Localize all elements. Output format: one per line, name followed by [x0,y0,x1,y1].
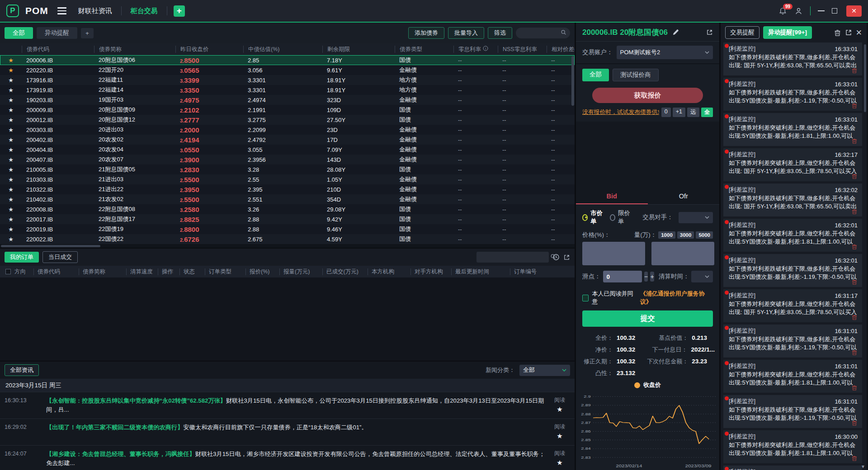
orders-column-header[interactable]: 对手方机构 [410,268,451,275]
favorite-star-icon[interactable]: ★ [0,216,22,223]
tab-ofr[interactable]: Ofr [648,188,720,204]
orders-column-header[interactable]: 债券简称 [79,268,126,275]
news-favorite-star-icon[interactable]: ★ [557,459,562,467]
table-row[interactable]: ★210322.IB21进出222.39502.395210D金融债------ [0,184,575,194]
history-clock-icon[interactable] [552,254,560,261]
bond-table-hscrollbar[interactable] [0,244,575,248]
orders-column-header[interactable]: 操作 [158,268,179,275]
column-header[interactable]: 零息利率i [453,46,498,53]
alert-card[interactable]: [利差监控]16:30:00如下债券对利差突破利差上限,做空利差,开仓机会出现:… [723,430,862,463]
qty-quick-1000[interactable]: 1000 [658,231,675,239]
table-row[interactable]: ★200012.IB20附息国债123.27773.277527.50Y国债--… [0,115,575,125]
news-favorite-star-icon[interactable]: ★ [557,405,562,414]
scroll-down-arrow-icon[interactable]: ▼ [861,464,865,469]
delete-alert-trash-icon[interactable] [851,67,858,75]
table-row[interactable]: ★200404.IB20农发043.05503.0557.09Y金融债-----… [0,145,575,155]
column-header[interactable]: 中债估值(%) [243,46,322,53]
select-all-checkbox[interactable] [5,269,11,274]
close-alerts-icon[interactable]: ✕ [856,28,862,38]
delete-alert-trash-icon[interactable] [851,138,858,146]
price-input[interactable] [582,242,645,265]
delete-alert-trash-icon[interactable] [851,455,858,463]
table-row[interactable]: ★210005.IB21附息国债053.28303.2828.08Y国债----… [0,164,575,174]
alert-card[interactable]: [利差监控]16:32:01如下债券对利差跌破利差下限,做多利差,开仓机会出现:… [723,254,862,287]
slippage-minus-button[interactable]: − [644,272,648,282]
favorite-star-icon[interactable]: ★ [0,166,22,173]
alert-card[interactable]: [利差监控]16:30:00如下债券对利差突破利差上限,做空利差,开仓机会出现:… [723,465,862,470]
orders-search[interactable] [476,252,549,263]
favorite-star-icon[interactable]: ★ [0,77,22,84]
news-all-button[interactable]: 全部资讯 [5,364,39,376]
orders-column-header[interactable]: 本方机构 [368,268,410,275]
orders-column-header[interactable]: 报价(%) [245,268,279,275]
settle-time-select[interactable] [691,271,713,282]
orders-column-header[interactable]: 报量(万元) [279,268,322,275]
supply-chip-+1[interactable]: +1 [673,108,685,117]
favorite-star-icon[interactable]: ★ [0,127,22,133]
table-row[interactable]: ★220008.IB22附息国债083.25803.2629.08Y国债----… [0,204,575,214]
news-item[interactable]: 16:29:02【出现了！年内第三家不赎回二级资本债的农商行】安徽太和农商行目前… [0,418,575,445]
news-title-link[interactable]: 【湘乡建设：免去曾甜总经理、董事长职务，冯飒接任】 [46,451,195,457]
supply-chip-远[interactable]: 远 [687,108,699,117]
favorite-star-icon[interactable]: ★ [0,236,22,243]
menu-icon[interactable] [57,7,66,14]
watchlist-add-tab-button[interactable]: + [81,28,94,38]
news-favorite-star-icon[interactable]: ★ [557,432,562,440]
alert-card[interactable]: [利差监控]16:32:01如下债券对利差突破利差上限,做空利差,开仓机会出现:… [723,219,862,252]
radio-limit-order[interactable]: 限价单 [610,209,632,226]
alert-card[interactable]: [利差监控]16:31:01如下债券对利差跌破利差下限,做多利差,开仓机会出现:… [723,324,862,357]
favorite-star-icon[interactable]: ★ [0,57,22,64]
favorite-star-icon[interactable]: ★ [0,67,22,74]
watchlist-search[interactable] [516,28,570,38]
orders-column-header[interactable]: 清算速度 [126,268,158,275]
supply-chip-0[interactable]: 0 [661,108,671,117]
alerts-scrollbar[interactable] [864,44,866,112]
table-row[interactable]: ★200407.IB20农发072.39002.3956143D金融债-----… [0,155,575,164]
bond-table-scrollbar[interactable] [571,56,574,243]
orders-column-header[interactable]: 状态 [179,268,205,275]
tab-trade-alerts[interactable]: 交易提醒 [725,26,760,39]
favorite-star-icon[interactable]: ★ [0,146,22,153]
favorite-star-icon[interactable]: ★ [0,117,22,123]
agreement-link[interactable]: 《浦亿通报价用户服务协议》 [640,290,713,306]
table-row[interactable]: ★200006.IB20附息国债062.85002.857.18Y国债-----… [0,55,575,65]
account-select[interactable]: POM测试账号2 [617,46,713,59]
delete-alert-trash-icon[interactable] [851,385,858,392]
open-external-icon[interactable] [845,29,852,36]
table-row[interactable]: ★200009.IB20附息国债092.21022.1991109D国债----… [0,105,575,115]
news-item[interactable]: 16:24:07【湘乡建设：免去曾甜总经理、董事长职务，冯飒接任】财联社3月15… [0,445,575,470]
tab-today-trades[interactable]: 当日成交 [42,251,78,263]
quoter-tab-all[interactable]: 全部 [582,69,609,81]
tab-cls-news[interactable]: 财联社资讯 [75,7,115,15]
favorite-star-icon[interactable]: ★ [0,97,22,103]
alert-card[interactable]: [利差监控]16:33:01如下债券对利差跌破利差下限,做多利差,开仓机会出现:… [723,78,862,111]
favorite-star-icon[interactable]: ★ [0,107,22,113]
news-title-link[interactable]: 【出现了！年内第三家不赎回二级资本债的农商行】 [46,424,183,431]
column-header[interactable]: 昨日收盘价 [175,46,243,53]
favorite-star-icon[interactable]: ★ [0,196,22,203]
news-title-link[interactable]: 【永创智能：控股股东吕绅以集中竞价减持“永02转债”62.582万张】 [46,397,226,404]
tab-my-orders[interactable]: 我的订单 [5,252,39,263]
orders-column-header[interactable]: 最后更新时间 [451,268,510,275]
tab-otc-trading[interactable]: 柜台交易 [128,7,160,15]
agreement-checkbox[interactable] [582,295,589,301]
news-read-link[interactable]: 阅读 [554,396,565,404]
alert-card[interactable]: [利差监控]16:31:01如下债券对利差跌破利差下限,做多利差,开仓机会出现:… [723,395,862,428]
maximize-button[interactable] [832,8,837,14]
slippage-input[interactable] [603,271,642,282]
watchlist-tab-all[interactable]: 全部 [5,27,33,39]
watchlist-search-input[interactable] [519,30,561,36]
column-header[interactable]: 债券简称 [94,46,175,53]
quoter-tab-test[interactable]: 测试报价商 [613,69,659,81]
qty-quick-3000[interactable]: 3000 [677,231,694,239]
alert-card[interactable]: [利差监控]16:33:01如下债券对利差突破利差上限,做空利差,开仓机会出现:… [723,113,862,146]
open-external-icon[interactable] [706,29,713,36]
delete-alert-trash-icon[interactable] [851,173,858,181]
qty-input[interactable] [651,242,714,265]
bulk-import-button[interactable]: 批量导入 [448,27,484,39]
news-item[interactable]: 16:30:13【永创智能：控股股东吕绅以集中竞价减持“永02转债”62.582… [0,392,575,418]
alert-card[interactable]: [利差监控]16:32:17如下债券对利差突破利差上限,做空利差,开仓机会出现:… [723,148,862,181]
delete-alert-trash-icon[interactable] [851,103,858,110]
orders-column-header[interactable]: 订单类型 [205,268,245,275]
delete-alert-trash-icon[interactable] [851,314,858,322]
